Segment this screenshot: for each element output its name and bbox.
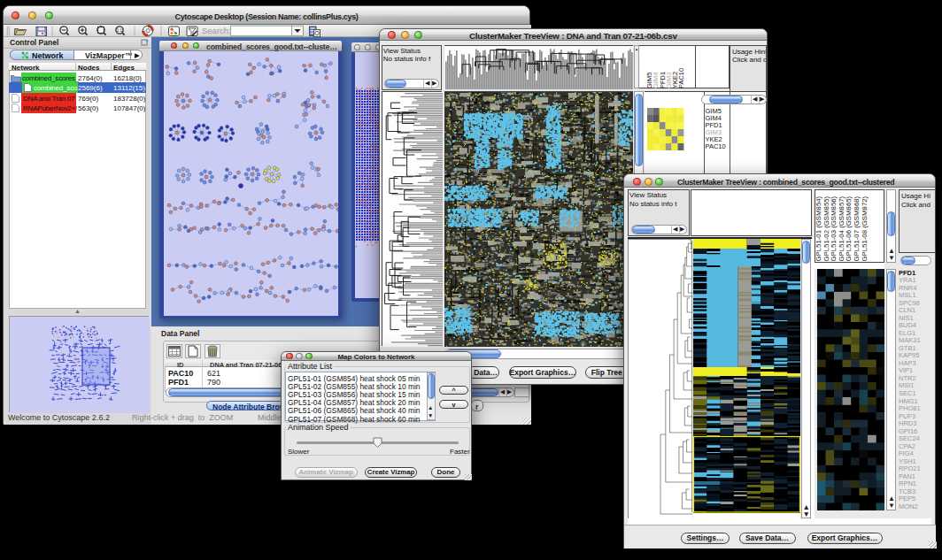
svg-text:GPL51-08 (GSM872): GPL51-08 (GSM872): [861, 196, 869, 261]
svg-text:Search:: Search:: [202, 26, 231, 35]
svg-text:PAC10: PAC10: [677, 67, 685, 88]
svg-text:1:1: 1:1: [117, 28, 123, 33]
